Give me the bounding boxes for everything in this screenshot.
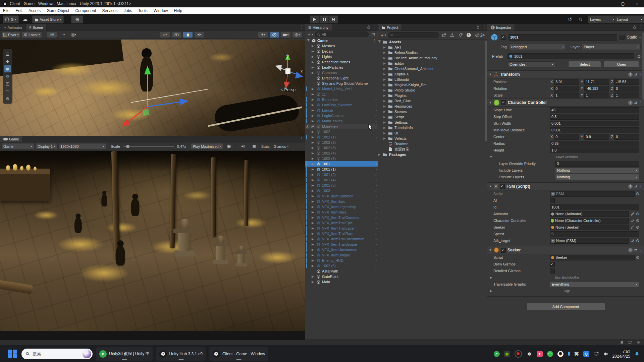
hierarchy-item[interactable]: ▶ Meshes › ⋮ bbox=[305, 43, 378, 49]
expand-arrow[interactable]: ▶ bbox=[383, 94, 387, 97]
transform-header[interactable]: ▼ Transform ? ⇄ ⋮ bbox=[487, 70, 644, 78]
character-controller-object-field[interactable]: None (Character Controller) bbox=[550, 218, 629, 224]
open-search-window-icon[interactable] bbox=[370, 32, 377, 37]
shading-mode-dropdown[interactable]: ◐▾ bbox=[160, 32, 170, 38]
prefab-open-chevron[interactable]: › bbox=[375, 216, 377, 220]
object-picker-icon[interactable]: ⊙ bbox=[636, 255, 639, 259]
presets-icon[interactable]: ⇄ bbox=[634, 184, 637, 189]
progress-icon[interactable]: ⊘ bbox=[637, 340, 640, 345]
hierarchy-item[interactable]: ▶ VFX_ItemTrailUncommon › ⋮ bbox=[305, 236, 378, 242]
hierarchy-item[interactable]: ▶ 1001 (2) › ⋮ bbox=[305, 172, 378, 177]
presets-icon[interactable]: ⇄ bbox=[634, 101, 637, 105]
hierarchy-item[interactable]: ▶ VFX_ItemUncommon › ⋮ bbox=[305, 247, 378, 252]
scene-visibility-toggle[interactable] bbox=[269, 32, 279, 38]
search-everything-button[interactable] bbox=[576, 15, 587, 23]
seeker-object-field[interactable]: None (Seeker) bbox=[550, 225, 629, 230]
expand-arrow[interactable]: ▶ bbox=[312, 226, 315, 231]
slope-limit-field[interactable]: 45 bbox=[550, 107, 639, 113]
expand-arrow[interactable]: ▶ bbox=[383, 88, 387, 92]
expand-arrow[interactable]: ▶ bbox=[383, 72, 387, 76]
local-global-toggle[interactable]: Local▾ bbox=[22, 32, 42, 38]
tab-hierarchy[interactable]: ☰ Hierarchy bbox=[305, 24, 332, 31]
project-menu-icon[interactable]: ⋮ bbox=[482, 25, 486, 29]
object-picker-icon[interactable]: ⊙ bbox=[636, 212, 639, 216]
expand-arrow[interactable]: ▶ bbox=[312, 199, 315, 204]
menu-item[interactable]: Services bbox=[99, 7, 120, 14]
scene-viewport[interactable]: y z x < Persp ☰ ✥ ⊕ ↻ ◳ ▭ ⊙ bbox=[0, 40, 305, 136]
min-move-field[interactable]: 0.001 bbox=[550, 127, 639, 133]
close-button[interactable]: × bbox=[630, 0, 644, 7]
pivot-toggle[interactable]: Pivot▾ bbox=[1, 32, 20, 38]
expand-arrow[interactable]: ▶ bbox=[312, 92, 315, 97]
expand-arrow[interactable]: ▶ bbox=[383, 131, 387, 135]
transform-tool[interactable]: ⊙ bbox=[4, 95, 11, 102]
prefab-open-chevron[interactable]: › bbox=[375, 103, 377, 107]
expand-arrow[interactable]: ▶ bbox=[312, 140, 315, 145]
hierarchy-item[interactable]: ▶ Lights › ⋮ bbox=[305, 54, 378, 59]
hierarchy-item[interactable]: ▶ 1001 (3) › ⋮ bbox=[305, 183, 378, 188]
project-item[interactable]: ▶ Resources bbox=[378, 104, 487, 109]
expand-arrow[interactable]: ▶ bbox=[312, 231, 315, 236]
inspector-menu-icon[interactable]: ⋮ bbox=[639, 25, 643, 29]
rotate-tool[interactable]: ↻ bbox=[4, 73, 11, 80]
seeker-script-field[interactable]: Seeker bbox=[550, 255, 635, 260]
hierarchy-item[interactable]: ▶ Main › ⋮ bbox=[305, 279, 378, 285]
component-enabled-checkbox[interactable] bbox=[500, 184, 505, 189]
help-icon[interactable]: ? bbox=[628, 184, 633, 189]
expand-arrow[interactable]: ▶ bbox=[312, 134, 315, 140]
hierarchy-item[interactable]: ▶ LeafParticles › ⋮ bbox=[305, 65, 378, 70]
draw-gizmos-checkbox[interactable] bbox=[550, 262, 555, 267]
menu-item[interactable]: GameObject bbox=[44, 7, 72, 14]
static-checkbox[interactable] bbox=[620, 35, 625, 40]
hierarchy-item[interactable]: ▶ VFX_ItemTrailLager › ⋮ bbox=[305, 226, 378, 231]
hierarchy-item[interactable]: ▶ VFX_ItemRare › ⋮ bbox=[305, 209, 378, 215]
taskbar-app[interactable]: e Unity3d 教程 | Unity 中 bbox=[96, 347, 153, 361]
notification-bell-icon[interactable] bbox=[620, 340, 624, 345]
hierarchy-item[interactable]: ▶ GatePoint › ⋮ bbox=[305, 274, 378, 279]
hierarchy-item[interactable]: ▶ Decals › ⋮ bbox=[305, 49, 378, 54]
hierarchy-item[interactable]: ▶ 1002 › ⋮ bbox=[305, 129, 378, 134]
fsm-header[interactable]: ▼ # FSM (Script) ? ⇄ ⋮ bbox=[487, 182, 644, 190]
scale-slider-handle[interactable] bbox=[126, 145, 129, 148]
object-picker-icon[interactable]: ⊙ bbox=[636, 225, 639, 229]
tab-scene[interactable]: # Scene bbox=[26, 24, 47, 31]
animator-object-field[interactable]: None (Animator) bbox=[550, 211, 629, 217]
foldout-arrow[interactable]: ▼ bbox=[489, 185, 492, 188]
project-item[interactable]: ▶ Readme bbox=[378, 141, 487, 146]
resolution-dropdown[interactable]: 644x362▾ bbox=[58, 143, 106, 149]
hierarchy-item[interactable]: ▶ 1003 › ⋮ bbox=[305, 188, 378, 193]
flag-icon[interactable]: ▾ bbox=[537, 351, 543, 357]
hierarchy-item[interactable]: ▶ 1002 (3) › ⋮ bbox=[305, 145, 378, 150]
hierarchy-item[interactable]: ▶ Game › ⋮ bbox=[305, 38, 378, 43]
hierarchy-item[interactable]: ▶ AstarPath › ⋮ bbox=[305, 268, 378, 274]
component-menu-icon[interactable]: ⋮ bbox=[639, 248, 643, 252]
project-item[interactable]: ▶ Editor bbox=[378, 61, 487, 66]
effects-dropdown[interactable]: ✦▾ bbox=[258, 32, 268, 38]
unity-tray-icon[interactable] bbox=[526, 351, 532, 357]
z-field[interactable]: -15.53 bbox=[614, 79, 639, 85]
skin-width-field[interactable]: 0.001 bbox=[550, 121, 639, 126]
taskbar-app[interactable]: Client - Game - Window bbox=[209, 347, 268, 361]
component-enabled-checkbox[interactable] bbox=[501, 100, 506, 105]
expand-arrow[interactable]: ▶ bbox=[312, 113, 315, 118]
radius-field[interactable]: 0.35 bbox=[550, 141, 639, 146]
prefab-open-chevron[interactable]: › bbox=[375, 232, 377, 236]
overrides-dropdown[interactable]: Overrides▾ bbox=[507, 61, 555, 67]
object-picker-icon[interactable]: ⊙ bbox=[636, 239, 639, 243]
expand-arrow[interactable]: ▶ bbox=[383, 137, 387, 140]
project-item[interactable]: ▶ LShinobi bbox=[378, 77, 487, 82]
expand-arrow[interactable]: ▶ bbox=[312, 156, 315, 161]
foldout-arrow[interactable]: ▼ bbox=[489, 248, 492, 252]
z-field[interactable]: 1 bbox=[614, 93, 639, 98]
hierarchy-item[interactable]: ▶ VFX_ItemTrailEpic › ⋮ bbox=[305, 220, 378, 226]
expand-arrow[interactable]: ▶ bbox=[312, 108, 315, 113]
prefab-open-chevron[interactable]: › bbox=[375, 242, 377, 246]
expand-arrow[interactable]: ▶ bbox=[312, 252, 315, 258]
object-picker-icon[interactable]: ⊙ bbox=[636, 219, 639, 223]
expand-arrow[interactable]: ▶ bbox=[312, 43, 315, 49]
tab-game[interactable]: Game bbox=[0, 136, 23, 142]
grid-visibility-toggle[interactable]: ⌗▾ bbox=[58, 32, 68, 38]
expand-arrow[interactable]: ▶ bbox=[383, 99, 387, 103]
component-enabled-checkbox[interactable] bbox=[501, 248, 506, 253]
traversable-graphs-dropdown[interactable]: Everything▾ bbox=[550, 281, 639, 287]
